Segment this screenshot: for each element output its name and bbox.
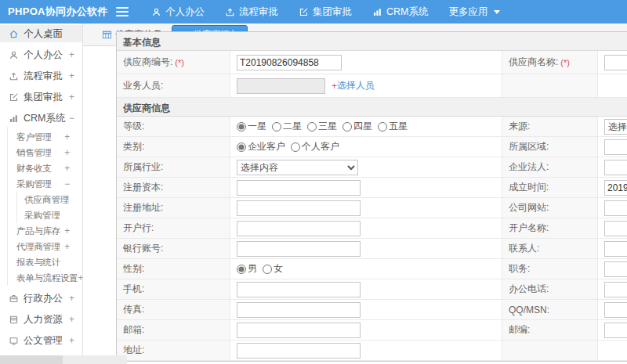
- expand-toggle-icon[interactable]: +: [64, 241, 70, 252]
- sidebar-item-label: 代理商管理: [16, 241, 60, 253]
- text-input[interactable]: [604, 55, 627, 70]
- navbar-item[interactable]: 集团审批: [288, 0, 362, 23]
- radio-option[interactable]: 四星: [342, 120, 372, 133]
- radio-option[interactable]: 个人客户: [291, 140, 339, 153]
- form-label-cell: 业务人员:: [117, 74, 230, 98]
- text-input[interactable]: [604, 241, 627, 257]
- radio-option[interactable]: 二星: [272, 120, 302, 133]
- text-input[interactable]: [604, 323, 627, 338]
- sidebar-item[interactable]: 产品与库存+: [8, 223, 82, 239]
- text-input[interactable]: [604, 160, 627, 175]
- radio-group: 企业客户个人客户: [237, 140, 345, 153]
- field-label: 所属行业:: [123, 160, 163, 174]
- text-input[interactable]: [604, 200, 627, 216]
- sidebar-item[interactable]: 表单与流程设置+: [8, 270, 82, 286]
- text-input[interactable]: [237, 282, 361, 297]
- radio-option[interactable]: 三星: [307, 120, 337, 133]
- text-input[interactable]: [237, 241, 361, 257]
- select-person-link[interactable]: 选择人员: [337, 79, 375, 92]
- expand-toggle-icon[interactable]: +: [69, 314, 74, 325]
- sidebar-item[interactable]: 客户管理+: [8, 129, 82, 145]
- radio-option[interactable]: 企业客户: [237, 140, 285, 153]
- text-input[interactable]: [237, 221, 361, 236]
- sidebar-item[interactable]: 财务收支+: [8, 160, 82, 176]
- field-label: 注册地址:: [123, 201, 163, 214]
- text-input[interactable]: [237, 180, 361, 196]
- sidebar-item[interactable]: 公文管理+: [0, 332, 82, 349]
- sidebar-item[interactable]: 流程审批+: [0, 67, 82, 85]
- sidebar-item[interactable]: 供应商管理: [17, 192, 82, 207]
- sidebar-item[interactable]: 采购管理: [17, 207, 82, 223]
- sidebar-item-label: 集团审批: [24, 91, 63, 104]
- expand-toggle-icon[interactable]: +: [78, 272, 83, 283]
- scrollbar-thumb[interactable]: [0, 355, 63, 364]
- sidebar-item[interactable]: 代理商管理+: [8, 239, 82, 254]
- flow-icon: [225, 7, 235, 17]
- radio-button[interactable]: [237, 265, 246, 274]
- radio-option[interactable]: 一星: [237, 120, 266, 133]
- navbar-item[interactable]: CRM系统: [362, 0, 438, 23]
- expand-toggle-icon[interactable]: +: [64, 147, 70, 158]
- text-input[interactable]: [237, 343, 361, 359]
- text-input[interactable]: [604, 282, 627, 297]
- text-input[interactable]: [604, 180, 627, 196]
- radio-button[interactable]: [342, 122, 352, 132]
- form-label-cell: 传真:: [117, 300, 230, 320]
- expand-toggle-icon[interactable]: +: [69, 335, 74, 346]
- form-label-cell: [502, 74, 598, 98]
- radio-button[interactable]: [272, 122, 281, 132]
- sidebar-item-label: 行政办公: [24, 292, 63, 305]
- expand-toggle-icon[interactable]: +: [69, 70, 74, 81]
- text-input[interactable]: [237, 302, 361, 318]
- form-field-cell: [598, 51, 627, 74]
- sidebar-item[interactable]: 个人办公+: [0, 46, 82, 63]
- text-input[interactable]: [237, 200, 361, 216]
- radio-button[interactable]: [291, 142, 300, 152]
- expand-toggle-icon[interactable]: +: [69, 49, 74, 60]
- expand-toggle-icon[interactable]: +: [69, 92, 74, 103]
- sidebar-item[interactable]: 采购管理−: [8, 176, 82, 192]
- radio-option[interactable]: 女: [263, 262, 283, 276]
- navbar-item[interactable]: 更多应用: [438, 0, 510, 23]
- text-input[interactable]: [237, 323, 361, 338]
- horizontal-scrollbar[interactable]: [0, 355, 127, 364]
- radio-button[interactable]: [263, 265, 272, 274]
- sidebar-item[interactable]: 销售管理+: [8, 145, 82, 160]
- dropdown-select[interactable]: 选择内容: [604, 119, 627, 135]
- form-field-cell: [230, 279, 502, 300]
- text-input[interactable]: [237, 78, 325, 94]
- sidebar-item[interactable]: 报表与统计: [8, 254, 82, 270]
- supplier-form: 基本信息供应商编号:(*)供应商名称:(*)业务人员:+选择人员供应商信息等级:…: [116, 31, 627, 362]
- radio-option[interactable]: 五星: [378, 120, 408, 133]
- sidebar-item[interactable]: 人力资源+: [0, 311, 82, 328]
- expand-toggle-icon[interactable]: +: [64, 132, 70, 142]
- expand-toggle-icon[interactable]: +: [64, 225, 70, 236]
- radio-button[interactable]: [237, 142, 246, 152]
- expand-toggle-icon[interactable]: +: [69, 293, 74, 304]
- sidebar-item[interactable]: 集团审批+: [0, 88, 82, 106]
- navbar-item[interactable]: 流程审批: [215, 0, 288, 23]
- radio-option[interactable]: 男: [237, 262, 257, 276]
- expand-toggle-icon[interactable]: −: [69, 113, 74, 124]
- sidebar-item[interactable]: 行政办公+: [0, 290, 82, 307]
- expand-toggle-icon[interactable]: −: [64, 178, 70, 189]
- edit-icon: [299, 7, 309, 17]
- radio-button[interactable]: [307, 122, 317, 132]
- navbar-item[interactable]: 个人办公: [141, 0, 215, 23]
- text-input[interactable]: [604, 139, 627, 155]
- sidebar-item[interactable]: CRM系统−: [0, 110, 82, 127]
- form-label-cell: 公司网站:: [502, 198, 598, 218]
- form-field-cell: [230, 198, 502, 218]
- sidebar-item[interactable]: 个人桌面: [0, 25, 82, 42]
- radio-button[interactable]: [237, 122, 246, 132]
- text-input[interactable]: [604, 221, 627, 236]
- text-input[interactable]: [604, 261, 627, 277]
- expand-toggle-icon[interactable]: +: [64, 163, 70, 174]
- briefcase-icon: [9, 294, 19, 304]
- text-input[interactable]: [237, 55, 342, 70]
- dropdown-select[interactable]: 选择内容: [237, 160, 358, 175]
- hamburger-icon[interactable]: [116, 7, 129, 16]
- plus-sign: +: [332, 81, 337, 92]
- text-input[interactable]: [604, 302, 627, 318]
- radio-button[interactable]: [378, 122, 387, 132]
